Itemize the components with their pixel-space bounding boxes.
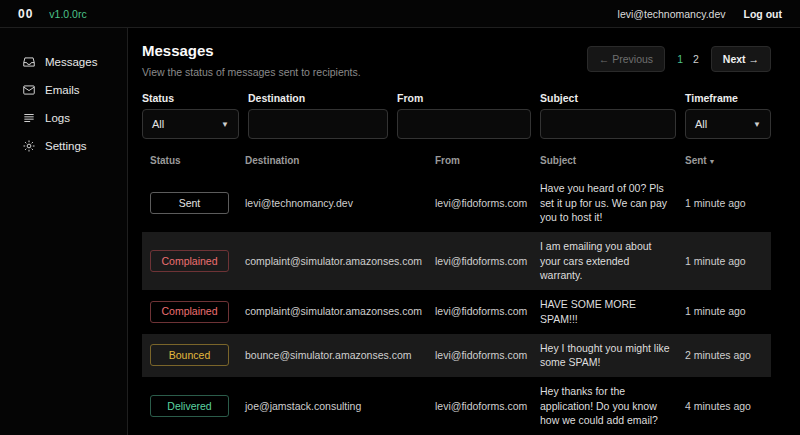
destination-cell: bounce@simulator.amazonses.com bbox=[237, 341, 427, 370]
sent-cell: 2 minutes ago bbox=[677, 341, 771, 370]
destination-cell: complaint@simulator.amazonses.com bbox=[237, 247, 427, 276]
page-number-1[interactable]: 1 bbox=[677, 53, 683, 65]
from-cell: levi@fidoforms.com bbox=[427, 189, 532, 218]
sidebar-item-label: Messages bbox=[45, 56, 97, 68]
filter-selected-value: All bbox=[152, 118, 164, 130]
topbar: 00 v1.0.0rc levi@technomancy.dev Log out bbox=[0, 0, 800, 28]
user-email: levi@technomancy.dev bbox=[618, 8, 726, 20]
next-page-button[interactable]: Next → bbox=[711, 46, 771, 72]
page-subtitle: View the status of messages sent to reci… bbox=[142, 66, 361, 78]
status-badge: Complained bbox=[150, 301, 229, 323]
sent-cell: 1 minute ago bbox=[677, 247, 771, 276]
app-logo: 00 bbox=[18, 7, 33, 21]
from-input[interactable] bbox=[397, 109, 531, 139]
filters-bar: Status All ▼ Destination From Subject Ti… bbox=[142, 92, 771, 139]
logout-button[interactable]: Log out bbox=[744, 8, 782, 20]
timeframe-select[interactable]: All ▼ bbox=[685, 109, 771, 139]
table-row[interactable]: Complained complaint@simulator.amazonses… bbox=[142, 290, 771, 333]
sent-cell: 4 minutes ago bbox=[677, 392, 771, 421]
envelope-icon bbox=[22, 83, 36, 97]
messages-table: StatusDestinationFromSubjectSent ▼ Sent … bbox=[142, 149, 771, 435]
sort-desc-icon: ▼ bbox=[707, 158, 716, 165]
previous-page-button[interactable]: ← Previous bbox=[587, 46, 665, 72]
status-badge: Complained bbox=[150, 250, 229, 272]
table-header: StatusDestinationFromSubjectSent ▼ bbox=[142, 149, 771, 174]
column-header-status[interactable]: Status bbox=[142, 155, 237, 166]
filter-label: Status bbox=[142, 92, 239, 104]
chevron-down-icon: ▼ bbox=[753, 120, 761, 129]
sidebar-item-label: Settings bbox=[45, 140, 87, 152]
filter-label: Subject bbox=[540, 92, 676, 104]
table-row[interactable]: Bounced bounce@simulator.amazonses.com l… bbox=[142, 334, 771, 377]
subject-cell: Hey thanks for the application! Do you k… bbox=[532, 377, 677, 435]
from-cell: levi@fidoforms.com bbox=[427, 247, 532, 276]
filter-subject: Subject bbox=[540, 92, 676, 139]
page-title: Messages bbox=[142, 42, 361, 59]
from-cell: levi@fidoforms.com bbox=[427, 341, 532, 370]
subject-cell: HAVE SOME MORE SPAM!!! bbox=[532, 290, 677, 333]
column-header-sent[interactable]: Sent ▼ bbox=[677, 155, 771, 166]
version-label: v1.0.0rc bbox=[49, 8, 86, 20]
table-body: Sent levi@technomancy.dev levi@fidoforms… bbox=[142, 174, 771, 435]
sidebar-item-logs[interactable]: Logs bbox=[0, 106, 127, 130]
filter-destination: Destination bbox=[248, 92, 388, 139]
filter-status: Status All ▼ bbox=[142, 92, 239, 139]
pagination: ← Previous 12 Next → bbox=[587, 46, 771, 72]
sidebar-item-emails[interactable]: Emails bbox=[0, 78, 127, 102]
sidebar-item-label: Emails bbox=[45, 84, 80, 96]
page-numbers: 12 bbox=[677, 53, 699, 65]
gear-icon bbox=[22, 139, 36, 153]
sidebar-item-settings[interactable]: Settings bbox=[0, 134, 127, 158]
inbox-icon bbox=[22, 55, 36, 69]
column-header-destination[interactable]: Destination bbox=[237, 155, 427, 166]
chevron-down-icon: ▼ bbox=[221, 120, 229, 129]
logs-icon bbox=[22, 111, 36, 125]
destination-cell: joe@jamstack.consulting bbox=[237, 392, 427, 421]
sidebar-nav: Messages Emails Logs Settings bbox=[0, 50, 127, 158]
sidebar-item-messages[interactable]: Messages bbox=[0, 50, 127, 74]
from-cell: levi@fidoforms.com bbox=[427, 297, 532, 326]
sidebar-item-label: Logs bbox=[45, 112, 70, 124]
from-cell: levi@fidoforms.com bbox=[427, 392, 532, 421]
filter-timeframe: Timeframe All ▼ bbox=[685, 92, 771, 139]
filter-label: Destination bbox=[248, 92, 388, 104]
table-row[interactable]: Complained complaint@simulator.amazonses… bbox=[142, 232, 771, 290]
subject-cell: I am emailing you about your cars extend… bbox=[532, 232, 677, 290]
filter-from: From bbox=[397, 92, 531, 139]
status-badge: Sent bbox=[150, 192, 229, 214]
status-badge: Bounced bbox=[150, 344, 229, 366]
subject-cell: Hey I thought you might like some SPAM! bbox=[532, 334, 677, 377]
page-number-2[interactable]: 2 bbox=[693, 53, 699, 65]
subject-input[interactable] bbox=[540, 109, 676, 139]
subject-cell: Have you heard of 00? Pls set it up for … bbox=[532, 174, 677, 232]
sent-cell: 1 minute ago bbox=[677, 297, 771, 326]
status-badge: Delivered bbox=[150, 395, 229, 417]
table-row[interactable]: Sent levi@technomancy.dev levi@fidoforms… bbox=[142, 174, 771, 232]
column-header-subject[interactable]: Subject bbox=[532, 155, 677, 166]
column-header-from[interactable]: From bbox=[427, 155, 532, 166]
filter-label: From bbox=[397, 92, 531, 104]
destination-cell: complaint@simulator.amazonses.com bbox=[237, 297, 427, 326]
filter-label: Timeframe bbox=[685, 92, 771, 104]
sidebar: Messages Emails Logs Settings bbox=[0, 28, 128, 435]
main-content: Messages View the status of messages sen… bbox=[128, 28, 800, 435]
sent-cell: 1 minute ago bbox=[677, 189, 771, 218]
filter-selected-value: All bbox=[695, 118, 707, 130]
status-select[interactable]: All ▼ bbox=[142, 109, 239, 139]
destination-cell: levi@technomancy.dev bbox=[237, 189, 427, 218]
destination-input[interactable] bbox=[248, 109, 388, 139]
table-row[interactable]: Delivered joe@jamstack.consulting levi@f… bbox=[142, 377, 771, 435]
